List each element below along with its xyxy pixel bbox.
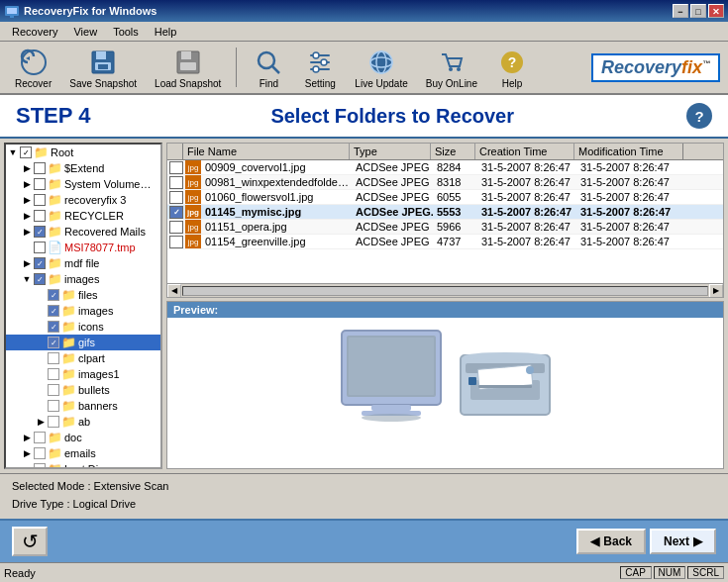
tree-item-extend[interactable]: ▶ 📁 $Extend <box>6 160 160 176</box>
file-row-4[interactable]: ✓ jpg 01145_mymisc.jpg ACDSee JPEG... 55… <box>167 205 723 220</box>
checkbox-images1[interactable] <box>48 368 59 380</box>
tree-item-images[interactable]: ▼ ✓ 📁 images <box>6 271 160 287</box>
checkbox-rf3[interactable] <box>34 194 46 206</box>
checkbox-sysvolume[interactable] <box>34 178 46 190</box>
toolbar-setting[interactable]: Setting <box>296 44 344 92</box>
checkbox-banners[interactable] <box>48 400 59 412</box>
tree-item-lostdir[interactable]: 📁 Lost Dir <box>6 461 160 469</box>
row1-checkbox[interactable] <box>169 161 183 174</box>
col-size[interactable]: Size <box>431 144 475 159</box>
expand-gifs[interactable] <box>34 336 48 349</box>
minimize-button[interactable]: − <box>673 4 688 18</box>
menu-help[interactable]: Help <box>147 24 185 40</box>
col-type[interactable]: Type <box>350 144 431 159</box>
tree-item-recycler[interactable]: ▶ 📁 RECYCLER <box>6 208 160 224</box>
checkbox-icons[interactable]: ✓ <box>48 321 59 333</box>
col-creation[interactable]: Creation Time <box>475 144 574 159</box>
checkbox-extend[interactable] <box>34 162 46 174</box>
checkbox-images[interactable]: ✓ <box>34 273 46 285</box>
checkbox-clpart[interactable] <box>48 352 59 364</box>
step-help-button[interactable]: ? <box>686 103 712 129</box>
toolbar-buy-online[interactable]: Buy OnLine <box>419 44 484 92</box>
tree-item-mdf[interactable]: ▶ ✓ 📁 mdf file <box>6 255 160 271</box>
checkbox-recmails[interactable]: ✓ <box>34 226 46 238</box>
expand-root[interactable]: ▼ <box>6 146 20 159</box>
row5-checkbox[interactable] <box>169 221 183 234</box>
menu-view[interactable]: View <box>65 24 105 40</box>
tree-item-root[interactable]: ▼ ✓ 📁 Root <box>6 145 160 160</box>
toolbar-help[interactable]: ? Help <box>488 44 536 92</box>
toolbar-find[interactable]: Find <box>245 44 292 92</box>
expand-sysvolume[interactable]: ▶ <box>20 177 34 191</box>
expand-files[interactable] <box>34 288 48 302</box>
expand-images-child[interactable] <box>34 304 48 318</box>
tree-item-emails[interactable]: ▶ 📁 emails <box>6 445 160 461</box>
checkbox-lostdir[interactable] <box>34 463 46 469</box>
expand-extend[interactable]: ▶ <box>20 161 34 175</box>
file-row-5[interactable]: jpg 01151_opera.jpg ACDSee JPEG I... 596… <box>167 220 723 235</box>
tree-item-rf3[interactable]: ▶ 📁 recoveryfix 3 <box>6 192 160 208</box>
checkbox-root[interactable]: ✓ <box>20 146 32 158</box>
expand-images1[interactable] <box>34 367 48 381</box>
file-table-body[interactable]: jpg 00909_covervol1.jpg ACDSee JPEG I...… <box>167 160 723 283</box>
menu-tools[interactable]: Tools <box>105 24 147 40</box>
expand-emails[interactable]: ▶ <box>20 446 34 460</box>
tree-item-files[interactable]: ✓ 📁 files <box>6 287 160 303</box>
menu-recovery[interactable]: Recovery <box>4 24 65 40</box>
close-button[interactable]: ✕ <box>708 4 724 18</box>
next-button[interactable]: Next ▶ <box>650 529 716 554</box>
checkbox-bullets[interactable] <box>48 384 59 396</box>
checkbox-ab[interactable] <box>48 416 59 428</box>
tree-item-icons[interactable]: ✓ 📁 icons <box>6 319 160 335</box>
col-filename[interactable]: File Name <box>183 144 350 159</box>
tree-item-doc[interactable]: ▶ 📁 doc <box>6 430 160 445</box>
row2-checkbox[interactable] <box>169 176 183 189</box>
expand-recycler[interactable]: ▶ <box>20 209 34 223</box>
expand-banners[interactable] <box>34 399 48 413</box>
expand-bullets[interactable] <box>34 383 48 397</box>
file-row-2[interactable]: jpg 00981_winxpextendedfolders... ACDSee… <box>167 175 723 190</box>
col-modification[interactable]: Modification Time <box>574 144 683 159</box>
file-row-6[interactable]: jpg 01154_greenville.jpg ACDSee JPEG I..… <box>167 235 723 249</box>
checkbox-doc[interactable] <box>34 432 46 443</box>
row6-checkbox[interactable] <box>169 236 183 248</box>
tree-item-images-child[interactable]: ✓ 📁 images <box>6 303 160 319</box>
checkbox-msi[interactable] <box>34 242 46 253</box>
expand-images[interactable]: ▼ <box>20 272 34 286</box>
tree-item-msi[interactable]: 📄 MSI78077.tmp <box>6 240 160 255</box>
expand-doc[interactable]: ▶ <box>20 431 34 444</box>
expand-icons[interactable] <box>34 320 48 334</box>
tree-item-gifs[interactable]: ✓ 📁 gifs <box>6 335 160 350</box>
expand-recmails[interactable]: ▶ <box>20 225 34 239</box>
toolbar-save-snapshot[interactable]: Save Snapshot <box>62 44 144 92</box>
checkbox-recycler[interactable] <box>34 210 46 222</box>
scroll-left-btn[interactable]: ◀ <box>167 284 181 298</box>
tree-item-recmails[interactable]: ▶ ✓ 📁 Recovered Mails <box>6 224 160 240</box>
expand-mdf[interactable]: ▶ <box>20 256 34 270</box>
tree-item-ab[interactable]: ▶ 📁 ab <box>6 414 160 430</box>
file-row-3[interactable]: jpg 01060_flowersvol1.jpg ACDSee JPEG I.… <box>167 190 723 205</box>
row4-checkbox[interactable]: ✓ <box>169 206 183 219</box>
checkbox-emails[interactable] <box>34 447 46 459</box>
tree-item-images1[interactable]: 📁 images1 <box>6 366 160 382</box>
back-button[interactable]: ◀ Back <box>576 529 646 554</box>
expand-clpart[interactable] <box>34 351 48 365</box>
checkbox-images-child[interactable]: ✓ <box>48 305 59 317</box>
checkbox-gifs[interactable]: ✓ <box>48 337 59 348</box>
refresh-button[interactable]: ↺ <box>12 527 48 556</box>
row3-checkbox[interactable] <box>169 191 183 204</box>
expand-ab[interactable]: ▶ <box>34 415 48 429</box>
tree-item-banners[interactable]: 📁 banners <box>6 398 160 414</box>
tree-item-bullets[interactable]: 📁 bullets <box>6 382 160 398</box>
checkbox-files[interactable]: ✓ <box>48 289 59 301</box>
toolbar-recover[interactable]: Recover <box>8 44 58 92</box>
checkbox-mdf[interactable]: ✓ <box>34 257 46 269</box>
expand-rf3[interactable]: ▶ <box>20 193 34 207</box>
tree-item-clpart[interactable]: 📁 clpart <box>6 350 160 366</box>
expand-msi[interactable] <box>20 241 34 254</box>
tree-item-sysvolume[interactable]: ▶ 📁 System Volume Infor <box>6 176 160 192</box>
toolbar-live-update[interactable]: Live Update <box>348 44 414 92</box>
toolbar-load-snapshot[interactable]: Load Snapshot <box>148 44 228 92</box>
maximize-button[interactable]: □ <box>690 4 706 18</box>
file-row-1[interactable]: jpg 00909_covervol1.jpg ACDSee JPEG I...… <box>167 160 723 175</box>
